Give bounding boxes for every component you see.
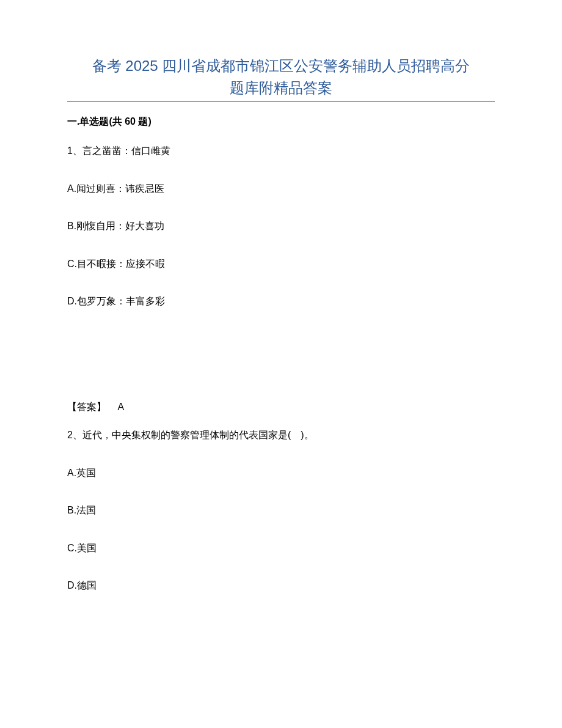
question-1-option-d: D.包罗万象：丰富多彩 xyxy=(67,293,495,309)
question-2-option-b: B.法国 xyxy=(67,502,495,518)
question-2-option-a: A.英国 xyxy=(67,465,495,481)
answer-label: 【答案】 xyxy=(67,402,106,412)
question-2-option-d: D.德国 xyxy=(67,578,495,594)
question-1-option-a: A.闻过则喜：讳疾忌医 xyxy=(67,181,495,197)
document-title-line1: 备考 2025 四川省成都市锦江区公安警务辅助人员招聘高分 xyxy=(67,55,495,77)
question-1-stem: 1、言之凿凿：信口雌黄 xyxy=(67,143,495,159)
answer-value: A xyxy=(117,402,124,412)
question-2-option-c: C.美国 xyxy=(67,540,495,556)
title-divider xyxy=(67,101,495,102)
section-header: 一.单选题(共 60 题) xyxy=(67,116,495,128)
question-1-option-c: C.目不暇接：应接不暇 xyxy=(67,256,495,272)
document-title-line2: 题库附精品答案 xyxy=(67,77,495,99)
question-1-option-b: B.刚愎自用：好大喜功 xyxy=(67,218,495,234)
question-1-answer: 【答案】 A xyxy=(67,401,495,414)
question-2-stem: 2、近代，中央集权制的警察管理体制的代表国家是( )。 xyxy=(67,427,495,443)
